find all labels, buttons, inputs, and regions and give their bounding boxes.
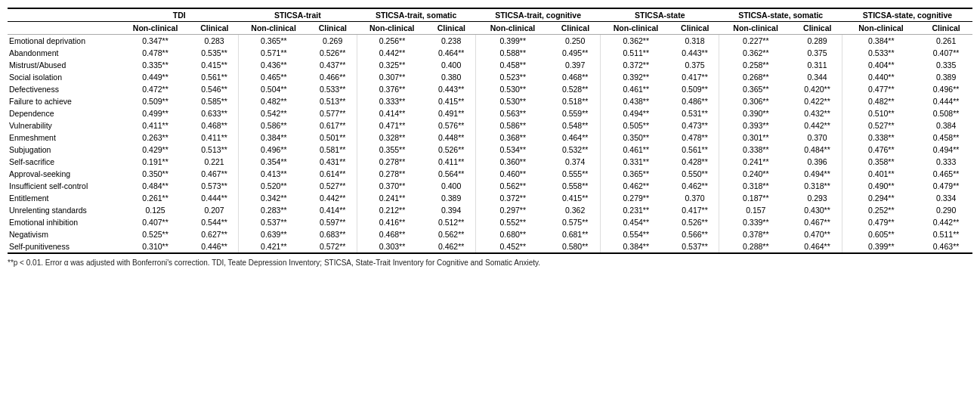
cell-value: 0.467** (793, 216, 842, 228)
cell-value: 0.510** (842, 107, 920, 119)
cell-value: 0.389 (920, 71, 972, 83)
group-header-sticsa-trait: STICSA-trait (239, 8, 357, 22)
cell-value: 0.392** (601, 71, 671, 83)
cell-value: 0.252** (842, 204, 920, 216)
cell-value: 0.484** (793, 144, 842, 156)
cell-value: 0.526** (671, 216, 719, 228)
cell-value: 0.362 (550, 204, 601, 216)
cell-value: 0.550** (671, 168, 719, 180)
cell-value: 0.495** (550, 47, 601, 59)
cell-value: 0.518** (550, 95, 601, 107)
cell-value: 0.268** (719, 71, 792, 83)
cell-value: 0.558** (550, 180, 601, 192)
table-row: Enmeshment0.263**0.411**0.384**0.501**0.… (8, 132, 972, 144)
cell-value: 0.318** (793, 180, 842, 192)
table-row: Failure to achieve0.509**0.585**0.482**0… (8, 95, 972, 107)
cell-value: 0.468** (550, 71, 601, 83)
cell-value: 0.491** (428, 107, 476, 119)
subheader-sticsa-trait-somatic-nonclinical: Non-clinical (357, 22, 427, 35)
cell-value: 0.407** (920, 47, 972, 59)
cell-value: 0.360** (475, 156, 550, 168)
cell-value: 0.479** (920, 180, 972, 192)
row-label: Self-punitiveness (8, 240, 120, 253)
cell-value: 0.454** (601, 216, 671, 228)
cell-value: 0.633** (190, 107, 238, 119)
cell-value: 0.513** (190, 144, 238, 156)
cell-value: 0.380 (428, 71, 476, 83)
table-row: Unrelenting standards0.1250.2070.283**0.… (8, 204, 972, 216)
cell-value: 0.530** (475, 95, 550, 107)
cell-value: 0.384 (920, 119, 972, 132)
cell-value: 0.562** (475, 180, 550, 192)
cell-value: 0.526** (428, 144, 476, 156)
row-label: Subjugation (8, 144, 120, 156)
cell-value: 0.261** (120, 192, 190, 204)
cell-value: 0.552** (475, 216, 550, 228)
cell-value: 0.537** (239, 216, 309, 228)
cell-value: 0.250 (550, 35, 601, 48)
row-label: Vulnerability (8, 119, 120, 132)
cell-value: 0.365** (239, 35, 309, 48)
cell-value: 0.571** (239, 47, 309, 59)
cell-value: 0.355** (357, 144, 427, 156)
cell-value: 0.511** (920, 228, 972, 240)
table-row: Emotional inhibition0.407**0.544**0.537*… (8, 216, 972, 228)
cell-value: 0.494** (793, 168, 842, 180)
cell-value: 0.303** (357, 240, 427, 253)
cell-value: 0.430** (793, 204, 842, 216)
cell-value: 0.528** (550, 83, 601, 95)
table-row: Entitlement0.261**0.444**0.342**0.442**0… (8, 192, 972, 204)
table-row: Negativism0.525**0.627**0.639**0.683**0.… (8, 228, 972, 240)
footnote: **p < 0.01. Error α was adjusted with Bo… (8, 259, 972, 267)
cell-value: 0.394 (428, 204, 476, 216)
cell-value: 0.465** (920, 168, 972, 180)
cell-value: 0.513** (309, 95, 357, 107)
cell-value: 0.511** (601, 47, 671, 59)
cell-value: 0.325** (357, 59, 427, 71)
cell-value: 0.462** (601, 180, 671, 192)
cell-value: 0.331** (601, 156, 671, 168)
cell-value: 0.362** (601, 35, 671, 48)
table-row: Subjugation0.429**0.513**0.496**0.581**0… (8, 144, 972, 156)
cell-value: 0.588** (475, 47, 550, 59)
cell-value: 0.478** (120, 47, 190, 59)
cell-value: 0.470** (793, 228, 842, 240)
cell-value: 0.283 (190, 35, 238, 48)
cell-value: 0.614** (309, 168, 357, 180)
cell-value: 0.505** (601, 119, 671, 132)
cell-value: 0.393** (719, 119, 792, 132)
cell-value: 0.372** (475, 192, 550, 204)
cell-value: 0.546** (190, 83, 238, 95)
cell-value: 0.490** (842, 180, 920, 192)
cell-value: 0.334 (920, 192, 972, 204)
group-header-sticsa-state: STICSA-state (601, 8, 719, 22)
subheader-sticsa-state-somatic-clinical: Clinical (793, 22, 842, 35)
cell-value: 0.269 (309, 35, 357, 48)
cell-value: 0.544** (190, 216, 238, 228)
cell-value: 0.421** (239, 240, 309, 253)
cell-value: 0.212** (357, 204, 427, 216)
cell-value: 0.572** (309, 240, 357, 253)
cell-value: 0.311 (793, 59, 842, 71)
cell-value: 0.293 (793, 192, 842, 204)
cell-value: 0.221 (190, 156, 238, 168)
cell-value: 0.555** (550, 168, 601, 180)
cell-value: 0.444** (190, 192, 238, 204)
cell-value: 0.531** (671, 107, 719, 119)
subheader-sticsa-state-nonclinical: Non-clinical (601, 22, 671, 35)
cell-value: 0.526** (309, 47, 357, 59)
cell-value: 0.414** (309, 204, 357, 216)
cell-value: 0.472** (120, 83, 190, 95)
cell-value: 0.411** (120, 119, 190, 132)
cell-value: 0.542** (239, 107, 309, 119)
cell-value: 0.263** (120, 132, 190, 144)
cell-value: 0.464** (793, 240, 842, 253)
cell-value: 0.417** (671, 71, 719, 83)
cell-value: 0.404** (842, 59, 920, 71)
cell-value: 0.525** (120, 228, 190, 240)
cell-value: 0.378** (719, 228, 792, 240)
cell-value: 0.680** (475, 228, 550, 240)
cell-value: 0.338** (719, 144, 792, 156)
cell-value: 0.414** (357, 107, 427, 119)
row-label-subheader (8, 22, 120, 35)
